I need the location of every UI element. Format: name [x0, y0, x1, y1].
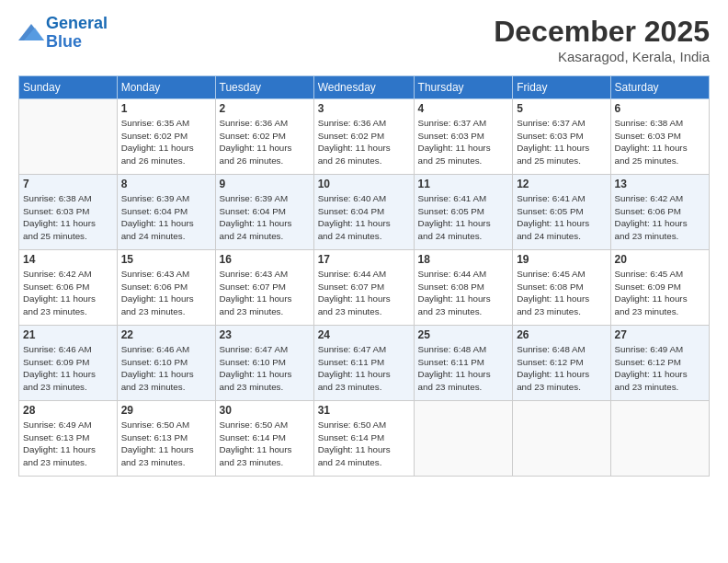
logo-blue: Blue [46, 32, 82, 51]
calendar-cell: 14Sunrise: 6:42 AMSunset: 6:06 PMDayligh… [19, 250, 118, 326]
calendar-cell [414, 401, 513, 477]
day-number: 6 [615, 102, 705, 115]
day-info: Sunrise: 6:46 AMSunset: 6:10 PMDaylight:… [121, 343, 211, 394]
header-thursday: Thursday [414, 76, 513, 99]
day-number: 14 [23, 253, 113, 266]
calendar-week-row: 21Sunrise: 6:46 AMSunset: 6:09 PMDayligh… [19, 326, 710, 401]
day-info: Sunrise: 6:49 AMSunset: 6:12 PMDaylight:… [615, 343, 705, 394]
day-number: 16 [220, 253, 310, 266]
day-number: 3 [318, 102, 410, 115]
header: General Blue December 2025 Kasaragod, Ke… [18, 15, 710, 64]
day-number: 17 [318, 253, 410, 266]
day-number: 19 [517, 253, 606, 266]
day-info: Sunrise: 6:42 AMSunset: 6:06 PMDaylight:… [615, 192, 705, 243]
month-title: December 2025 [494, 15, 710, 49]
day-info: Sunrise: 6:37 AMSunset: 6:03 PMDaylight:… [517, 117, 606, 167]
day-number: 12 [517, 178, 606, 190]
day-info: Sunrise: 6:41 AMSunset: 6:05 PMDaylight:… [418, 192, 509, 243]
logo: General Blue [18, 15, 108, 52]
day-number: 27 [615, 328, 705, 341]
logo-icon [18, 22, 44, 44]
calendar-cell: 26Sunrise: 6:48 AMSunset: 6:12 PMDayligh… [513, 326, 610, 401]
calendar-cell [610, 401, 709, 477]
day-number: 26 [517, 328, 606, 341]
calendar-cell: 27Sunrise: 6:49 AMSunset: 6:12 PMDayligh… [610, 326, 709, 401]
calendar-cell: 24Sunrise: 6:47 AMSunset: 6:11 PMDayligh… [313, 326, 414, 401]
logo-text: General Blue [46, 15, 108, 52]
day-number: 4 [418, 102, 509, 115]
day-info: Sunrise: 6:50 AMSunset: 6:13 PMDaylight:… [121, 419, 211, 469]
day-number: 20 [615, 253, 705, 266]
day-number: 23 [220, 328, 310, 341]
day-number: 31 [318, 404, 410, 417]
calendar-cell: 1Sunrise: 6:35 AMSunset: 6:02 PMDaylight… [117, 99, 215, 175]
day-number: 2 [220, 102, 310, 115]
calendar-table: Sunday Monday Tuesday Wednesday Thursday… [18, 75, 710, 477]
day-info: Sunrise: 6:47 AMSunset: 6:11 PMDaylight:… [318, 343, 410, 394]
day-number: 29 [121, 404, 211, 417]
day-info: Sunrise: 6:43 AMSunset: 6:07 PMDaylight:… [220, 268, 310, 318]
day-info: Sunrise: 6:39 AMSunset: 6:04 PMDaylight:… [220, 192, 310, 243]
day-number: 5 [517, 102, 606, 115]
day-info: Sunrise: 6:40 AMSunset: 6:04 PMDaylight:… [318, 192, 410, 243]
day-number: 22 [121, 328, 211, 341]
day-info: Sunrise: 6:48 AMSunset: 6:12 PMDaylight:… [517, 343, 606, 394]
calendar-cell [513, 401, 610, 477]
calendar-cell [19, 99, 118, 175]
calendar-header-row: Sunday Monday Tuesday Wednesday Thursday… [19, 76, 710, 99]
calendar-cell: 18Sunrise: 6:44 AMSunset: 6:08 PMDayligh… [414, 250, 513, 326]
calendar-cell: 20Sunrise: 6:45 AMSunset: 6:09 PMDayligh… [610, 250, 709, 326]
day-number: 25 [418, 328, 509, 341]
day-info: Sunrise: 6:44 AMSunset: 6:07 PMDaylight:… [318, 268, 410, 318]
header-tuesday: Tuesday [215, 76, 313, 99]
day-info: Sunrise: 6:48 AMSunset: 6:11 PMDaylight:… [418, 343, 509, 394]
day-number: 28 [23, 404, 113, 417]
calendar-cell: 21Sunrise: 6:46 AMSunset: 6:09 PMDayligh… [19, 326, 118, 401]
calendar-cell: 28Sunrise: 6:49 AMSunset: 6:13 PMDayligh… [19, 401, 118, 477]
calendar-cell: 4Sunrise: 6:37 AMSunset: 6:03 PMDaylight… [414, 99, 513, 175]
day-number: 10 [318, 178, 410, 190]
calendar-cell: 17Sunrise: 6:44 AMSunset: 6:07 PMDayligh… [313, 250, 414, 326]
header-monday: Monday [117, 76, 215, 99]
day-info: Sunrise: 6:44 AMSunset: 6:08 PMDaylight:… [418, 268, 509, 318]
calendar-cell: 7Sunrise: 6:38 AMSunset: 6:03 PMDaylight… [19, 175, 118, 250]
day-number: 18 [418, 253, 509, 266]
day-number: 7 [23, 178, 113, 190]
header-friday: Friday [513, 76, 610, 99]
calendar-week-row: 1Sunrise: 6:35 AMSunset: 6:02 PMDaylight… [19, 99, 710, 175]
location: Kasaragod, Kerala, India [494, 49, 710, 64]
calendar-cell: 30Sunrise: 6:50 AMSunset: 6:14 PMDayligh… [215, 401, 313, 477]
header-saturday: Saturday [610, 76, 709, 99]
calendar-cell: 11Sunrise: 6:41 AMSunset: 6:05 PMDayligh… [414, 175, 513, 250]
calendar-cell: 22Sunrise: 6:46 AMSunset: 6:10 PMDayligh… [117, 326, 215, 401]
day-info: Sunrise: 6:47 AMSunset: 6:10 PMDaylight:… [220, 343, 310, 394]
title-area: December 2025 Kasaragod, Kerala, India [494, 15, 710, 64]
calendar-cell: 9Sunrise: 6:39 AMSunset: 6:04 PMDaylight… [215, 175, 313, 250]
day-number: 21 [23, 328, 113, 341]
calendar-cell: 3Sunrise: 6:36 AMSunset: 6:02 PMDaylight… [313, 99, 414, 175]
day-info: Sunrise: 6:38 AMSunset: 6:03 PMDaylight:… [615, 117, 705, 167]
day-info: Sunrise: 6:36 AMSunset: 6:02 PMDaylight:… [318, 117, 410, 167]
calendar-cell: 2Sunrise: 6:36 AMSunset: 6:02 PMDaylight… [215, 99, 313, 175]
calendar-cell: 23Sunrise: 6:47 AMSunset: 6:10 PMDayligh… [215, 326, 313, 401]
day-number: 24 [318, 328, 410, 341]
day-info: Sunrise: 6:37 AMSunset: 6:03 PMDaylight:… [418, 117, 509, 167]
day-info: Sunrise: 6:50 AMSunset: 6:14 PMDaylight:… [220, 419, 310, 469]
day-info: Sunrise: 6:45 AMSunset: 6:08 PMDaylight:… [517, 268, 606, 318]
logo-general: General [46, 14, 108, 32]
day-info: Sunrise: 6:35 AMSunset: 6:02 PMDaylight:… [121, 117, 211, 167]
day-info: Sunrise: 6:36 AMSunset: 6:02 PMDaylight:… [220, 117, 310, 167]
day-info: Sunrise: 6:50 AMSunset: 6:14 PMDaylight:… [318, 419, 410, 469]
day-number: 11 [418, 178, 509, 190]
header-wednesday: Wednesday [313, 76, 414, 99]
day-number: 30 [220, 404, 310, 417]
day-number: 8 [121, 178, 211, 190]
calendar-cell: 25Sunrise: 6:48 AMSunset: 6:11 PMDayligh… [414, 326, 513, 401]
day-number: 13 [615, 178, 705, 190]
calendar-cell: 19Sunrise: 6:45 AMSunset: 6:08 PMDayligh… [513, 250, 610, 326]
calendar-cell: 31Sunrise: 6:50 AMSunset: 6:14 PMDayligh… [313, 401, 414, 477]
day-info: Sunrise: 6:49 AMSunset: 6:13 PMDaylight:… [23, 419, 113, 469]
calendar-week-row: 28Sunrise: 6:49 AMSunset: 6:13 PMDayligh… [19, 401, 710, 477]
calendar-cell: 5Sunrise: 6:37 AMSunset: 6:03 PMDaylight… [513, 99, 610, 175]
day-info: Sunrise: 6:43 AMSunset: 6:06 PMDaylight:… [121, 268, 211, 318]
